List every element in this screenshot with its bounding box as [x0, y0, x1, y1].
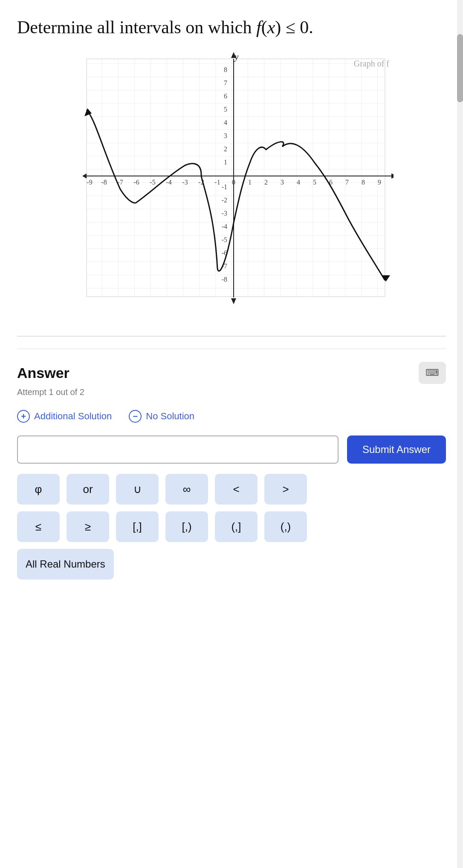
- graph-container: Graph of f: [17, 50, 446, 314]
- or-key[interactable]: or: [67, 474, 109, 505]
- svg-rect-0: [87, 59, 385, 297]
- solution-options: + Additional Solution − No Solution: [17, 410, 446, 423]
- infinity-key[interactable]: ∞: [165, 474, 208, 505]
- svg-text:2: 2: [224, 145, 227, 153]
- svg-marker-5: [82, 173, 87, 179]
- half-open-right-key[interactable]: (,]: [215, 511, 258, 542]
- svg-text:2: 2: [264, 179, 268, 186]
- keypad-row-1: φ or ∪ ∞ < >: [17, 474, 446, 505]
- svg-text:-8: -8: [101, 179, 107, 186]
- gt-key[interactable]: >: [264, 474, 307, 505]
- svg-text:7: 7: [345, 179, 349, 186]
- svg-text:-5: -5: [150, 179, 155, 186]
- svg-text:-3: -3: [182, 179, 188, 186]
- no-solution-option[interactable]: − No Solution: [129, 410, 194, 423]
- keyboard-icon-button[interactable]: ⌨: [419, 362, 446, 384]
- svg-text:y: y: [234, 52, 239, 62]
- svg-text:-8: -8: [222, 276, 227, 283]
- svg-text:6: 6: [224, 92, 227, 100]
- svg-text:-3: -3: [222, 210, 227, 217]
- scrollbar-thumb[interactable]: [457, 34, 463, 102]
- svg-text:5: 5: [224, 106, 227, 113]
- input-row: Submit Answer: [17, 435, 446, 464]
- gte-key[interactable]: ≥: [67, 511, 109, 542]
- svg-text:-1: -1: [214, 179, 220, 186]
- svg-text:4: 4: [297, 179, 300, 186]
- additional-solution-icon: +: [17, 410, 30, 423]
- svg-text:-4: -4: [166, 179, 171, 186]
- keypad-row-2: ≤ ≥ [,] [,) (,] (,): [17, 511, 446, 542]
- answer-title: Answer: [17, 365, 69, 381]
- lte-key[interactable]: ≤: [17, 511, 60, 542]
- all-real-numbers-key[interactable]: All Real Numbers: [17, 549, 114, 580]
- svg-text:-9: -9: [87, 179, 92, 186]
- open-interval-key[interactable]: (,): [264, 511, 307, 542]
- svg-text:3: 3: [281, 179, 284, 186]
- answer-section: Answer ⌨ Attempt 1 out of 2 + Additional…: [17, 349, 446, 580]
- svg-text:-5: -5: [222, 236, 227, 243]
- svg-marker-7: [231, 298, 236, 304]
- keyboard-icon: ⌨: [425, 367, 439, 378]
- question-title: Determine all intervals on which f(x) ≤ …: [17, 17, 446, 37]
- closed-interval-key[interactable]: [,]: [116, 511, 159, 542]
- svg-text:7: 7: [224, 79, 227, 87]
- keypad: φ or ∪ ∞ < > ≤ ≥ [,] [,) (,] (,) All Rea…: [17, 474, 446, 580]
- phi-key[interactable]: φ: [17, 474, 60, 505]
- svg-text:1: 1: [248, 179, 252, 186]
- svg-text:-1: -1: [222, 183, 227, 190]
- submit-button[interactable]: Submit Answer: [347, 435, 446, 464]
- graph-svg: 0 -1 -2 -3 -4 -5 -6 -7 -8 -9 1 2 3 4 5 6…: [69, 50, 394, 314]
- no-solution-icon: −: [129, 410, 142, 423]
- svg-text:-6: -6: [133, 179, 139, 186]
- answer-input[interactable]: [17, 435, 339, 464]
- union-key[interactable]: ∪: [116, 474, 159, 505]
- svg-text:3: 3: [224, 132, 227, 139]
- additional-solution-option[interactable]: + Additional Solution: [17, 410, 112, 423]
- scrollbar-track[interactable]: [457, 0, 463, 868]
- graph-label-f: Graph of f: [354, 59, 389, 69]
- svg-text:5: 5: [313, 179, 316, 186]
- lt-key[interactable]: <: [215, 474, 258, 505]
- svg-text:4: 4: [224, 119, 227, 126]
- svg-text:-2: -2: [222, 196, 227, 204]
- additional-solution-label: Additional Solution: [34, 411, 112, 422]
- no-solution-label: No Solution: [146, 411, 194, 422]
- svg-text:8: 8: [224, 66, 227, 73]
- svg-text:1: 1: [224, 159, 227, 166]
- keypad-row-3: All Real Numbers: [17, 549, 446, 580]
- svg-text:-4: -4: [222, 223, 227, 230]
- svg-text:x: x: [393, 170, 394, 180]
- half-open-left-key[interactable]: [,): [165, 511, 208, 542]
- svg-text:8: 8: [362, 179, 365, 186]
- attempt-text: Attempt 1 out of 2: [17, 387, 446, 397]
- svg-text:0: 0: [232, 179, 235, 186]
- svg-text:9: 9: [378, 179, 381, 186]
